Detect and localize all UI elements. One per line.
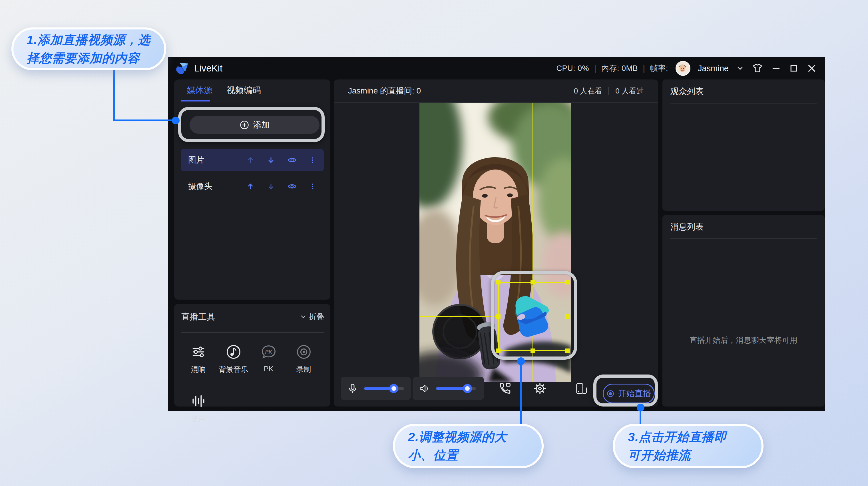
svg-text:PK: PK	[265, 349, 272, 355]
live-tools-panel: 直播工具 折叠 混响	[174, 304, 330, 406]
callout-text: 2.调整视频源的大	[408, 428, 528, 446]
call-button[interactable]	[497, 377, 514, 400]
more-options-icon[interactable]	[309, 182, 316, 191]
mic-volume-slider[interactable]	[364, 388, 404, 390]
app-title: LiveKit	[194, 63, 222, 74]
tools-divider	[181, 332, 324, 333]
callout-step-1: 1.添加直播视频源，选 择您需要添加的内容	[11, 27, 166, 70]
page: LiveKit CPU: 0% ｜ 内存: 0MB ｜ 帧率: Jasmine	[0, 0, 868, 486]
callout-step-3: 3.点击开始直播即 可开始推流	[613, 424, 764, 468]
move-up-icon[interactable]	[246, 182, 255, 191]
source-row-image[interactable]: 图片	[181, 149, 324, 171]
move-down-icon[interactable]	[267, 182, 275, 191]
callout-text: 可开始推流	[628, 446, 748, 464]
add-source-button[interactable]: 添加	[190, 116, 319, 134]
room-title: Jasmine 的直播间: 0	[348, 85, 421, 96]
speaker-volume-slider[interactable]	[436, 388, 476, 390]
settings-gear-button[interactable]	[531, 377, 549, 400]
message-list-panel: 消息列表 直播开始后，消息聊天室将可用	[662, 215, 825, 406]
mixer-sliders-icon	[190, 344, 207, 360]
callout2-connector-line	[520, 361, 522, 425]
preview-panel: Jasmine 的直播间: 0 0 人在看 0 人看过	[334, 80, 658, 406]
tab-media-source[interactable]: 媒体源	[187, 85, 212, 96]
media-sources-panel: 媒体源 视频编码 添加 图片	[174, 80, 330, 299]
speaker-slider-thumb[interactable]	[463, 384, 472, 393]
music-note-icon	[225, 344, 242, 360]
callout2-connector-dot	[517, 358, 525, 365]
horizontal-guide-line	[420, 316, 499, 317]
tool-reverb[interactable]: 混响	[181, 338, 216, 387]
tool-label: 录制	[297, 365, 311, 374]
callout-text: 1.添加直播视频源，选	[27, 31, 151, 49]
add-button-highlight-ring: 添加	[178, 107, 324, 142]
close-button[interactable]	[806, 63, 817, 74]
audience-list-title: 观众列表	[671, 86, 704, 97]
username[interactable]: Jasmine	[698, 64, 728, 73]
callout1-connector-horizontal	[113, 119, 174, 121]
plus-circle-icon	[240, 120, 249, 130]
audience-divider	[671, 103, 816, 104]
tool-label: 背景音乐	[219, 365, 248, 374]
callout1-connector-vertical	[113, 70, 115, 121]
start-button-highlight-ring: 开始直播	[593, 374, 658, 406]
watching-count: 0 人在看	[574, 86, 602, 96]
callout-text: 3.点击开始直播即	[628, 428, 748, 446]
chevron-down-icon[interactable]	[736, 64, 744, 72]
sidebar-tabs: 媒体源 视频编码	[174, 80, 330, 101]
callout-step-2: 2.调整视频源的大 小、位置	[393, 424, 544, 468]
visibility-eye-icon[interactable]	[287, 155, 297, 165]
tool-label: 变声	[191, 414, 206, 424]
callout-text: 择您需要添加的内容	[27, 49, 151, 67]
maximize-button[interactable]	[788, 63, 799, 74]
source-row-camera[interactable]: 摄像头	[181, 175, 324, 198]
speaker-icon	[419, 383, 430, 394]
avatar[interactable]	[676, 61, 690, 76]
move-down-icon[interactable]	[267, 156, 275, 164]
start-streaming-button[interactable]: 开始直播	[603, 384, 655, 403]
app-logo-icon	[175, 61, 189, 76]
mic-slider-thumb[interactable]	[389, 384, 398, 393]
mic-volume-control[interactable]	[341, 377, 411, 400]
source-label: 图片	[188, 155, 204, 166]
messages-divider	[671, 238, 816, 239]
tool-voice-changer[interactable]: 变声	[181, 387, 216, 436]
tool-record[interactable]: 录制	[286, 338, 321, 387]
add-source-label: 添加	[253, 119, 270, 131]
overlay-highlight-ring	[491, 271, 577, 360]
active-tab-underline	[181, 100, 210, 102]
tool-background-music[interactable]: 背景音乐	[216, 338, 251, 387]
message-list-title: 消息列表	[671, 221, 704, 233]
performance-stats: CPU: 0% ｜ 内存: 0MB ｜ 帧率:	[557, 63, 668, 74]
chat-placeholder-text: 直播开始后，消息聊天室将可用	[662, 335, 825, 345]
move-up-icon[interactable]	[246, 156, 255, 164]
theme-skin-icon[interactable]	[751, 62, 764, 74]
collapse-toggle[interactable]: 折叠	[300, 312, 324, 322]
speaker-volume-control[interactable]	[412, 377, 484, 400]
audience-list-panel: 观众列表	[662, 80, 825, 211]
more-options-icon[interactable]	[309, 156, 316, 164]
record-dot-icon	[607, 390, 615, 398]
layout-orientation-button[interactable]	[573, 377, 590, 400]
callout-text: 小、位置	[408, 446, 528, 464]
callout1-connector-dot	[172, 117, 180, 124]
tab-video-encoding[interactable]: 视频编码	[227, 85, 261, 96]
tool-pk[interactable]: PK PK	[251, 338, 286, 387]
source-label: 摄像头	[188, 181, 212, 192]
start-streaming-label: 开始直播	[618, 388, 651, 399]
visibility-eye-icon[interactable]	[287, 181, 297, 191]
tool-label: PK	[264, 365, 274, 373]
callout3-connector-dot	[637, 404, 645, 411]
collapse-label: 折叠	[309, 312, 324, 322]
record-disc-icon	[296, 344, 312, 360]
waveform-icon	[190, 393, 207, 409]
stats-divider	[609, 87, 609, 95]
title-bar: LiveKit CPU: 0% ｜ 内存: 0MB ｜ 帧率: Jasmine	[168, 57, 825, 80]
tool-label: 混响	[191, 365, 206, 374]
microphone-icon	[347, 383, 358, 394]
pk-bubble-icon: PK	[261, 344, 277, 360]
minimize-button[interactable]	[771, 63, 781, 74]
watched-count: 0 人看过	[615, 86, 644, 96]
app-window: LiveKit CPU: 0% ｜ 内存: 0MB ｜ 帧率: Jasmine	[168, 57, 825, 411]
live-tools-title: 直播工具	[181, 311, 215, 323]
